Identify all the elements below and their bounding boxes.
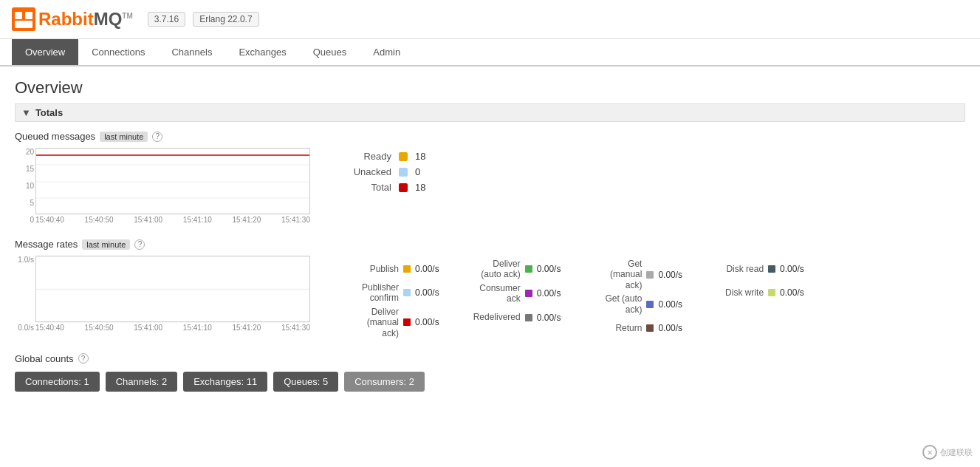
totals-section-header[interactable]: ▼ Totals bbox=[15, 103, 965, 122]
rate-color-disk-read bbox=[768, 265, 775, 273]
rate-row-get-auto-ack: Get (autoack) 0.00/s bbox=[575, 293, 682, 315]
rate-label-get-manual-ack: Get(manualack) bbox=[575, 259, 642, 290]
queued-messages-help-icon[interactable]: ? bbox=[152, 132, 162, 142]
message-rates-chart-container: 1.0/s 0.0/s 15:40:40 15:40:50 15:41:0 bbox=[15, 256, 310, 338]
nav-item-channels[interactable]: Channels bbox=[158, 39, 225, 65]
message-rates-columns: Publish 0.00/s Publisherconfirm 0.00/s D… bbox=[332, 256, 804, 338]
message-rates-content: 1.0/s 0.0/s 15:40:40 15:40:50 15:41:0 bbox=[15, 256, 965, 338]
rate-label-disk-read: Disk read bbox=[697, 264, 764, 274]
stat-label-unacked: Unacked bbox=[332, 166, 391, 177]
logo-tm-text: TM bbox=[122, 12, 132, 20]
main-nav: Overview Connections Channels Exchanges … bbox=[0, 39, 980, 67]
rate-color-get-auto-ack bbox=[646, 301, 654, 308]
global-counts-label: Global counts bbox=[15, 353, 74, 364]
global-counts-section: Global counts ? Connections: 1 Channels:… bbox=[15, 353, 965, 392]
queued-messages-label: Queued messages bbox=[15, 131, 95, 142]
rate-row-return: Return 0.00/s bbox=[575, 318, 682, 338]
version-badge: 3.7.16 bbox=[148, 12, 185, 27]
message-rates-help-icon[interactable]: ? bbox=[134, 239, 145, 250]
message-rates-section: Message rates last minute ? 1.0/s 0.0/s bbox=[15, 239, 965, 338]
rate-color-deliver-auto-ack bbox=[525, 265, 532, 273]
message-rates-xaxis: 15:40:40 15:40:50 15:41:00 15:41:10 15:4… bbox=[35, 324, 310, 332]
queued-messages-section: Queued messages last minute ? 20 15 10 5… bbox=[15, 131, 965, 224]
nav-item-connections[interactable]: Connections bbox=[78, 39, 158, 65]
rate-value-get-manual-ack: 0.00/s bbox=[658, 270, 682, 280]
message-rates-badge[interactable]: last minute bbox=[82, 239, 130, 250]
rate-row-redelivered: Redelivered 0.00/s bbox=[454, 307, 561, 328]
queued-messages-content: 20 15 10 5 0 bbox=[15, 148, 965, 224]
rate-value-publish: 0.00/s bbox=[415, 264, 439, 274]
rate-value-deliver-auto-ack: 0.00/s bbox=[537, 264, 561, 274]
rate-value-deliver-manual-ack: 0.00/s bbox=[415, 317, 439, 327]
stat-value-ready: 18 bbox=[415, 151, 425, 162]
rate-color-publish bbox=[403, 265, 411, 273]
channels-badge[interactable]: Channels: 2 bbox=[106, 372, 177, 392]
global-counts-help-icon[interactable]: ? bbox=[78, 353, 89, 364]
rate-color-deliver-manual-ack bbox=[403, 318, 411, 326]
rate-color-get-manual-ack bbox=[646, 271, 654, 279]
queued-messages-label-row: Queued messages last minute ? bbox=[15, 131, 965, 142]
rate-value-redelivered: 0.00/s bbox=[537, 313, 561, 323]
rate-column-1: Publish 0.00/s Publisherconfirm 0.00/s D… bbox=[332, 259, 439, 338]
rate-value-get-auto-ack: 0.00/s bbox=[658, 299, 682, 310]
version-info: 3.7.16 Erlang 22.0.7 bbox=[148, 12, 259, 27]
nav-item-admin[interactable]: Admin bbox=[360, 39, 414, 65]
queued-messages-xaxis: 15:40:40 15:40:50 15:41:00 15:41:10 15:4… bbox=[35, 216, 310, 224]
header: RabbitMQTM 3.7.16 Erlang 22.0.7 bbox=[0, 0, 980, 39]
message-rates-label-row: Message rates last minute ? bbox=[15, 239, 965, 250]
stat-label-total: Total bbox=[332, 182, 391, 193]
nav-item-exchanges[interactable]: Exchanges bbox=[225, 39, 299, 65]
connections-badge[interactable]: Connections: 1 bbox=[15, 372, 100, 392]
stat-color-total bbox=[399, 183, 408, 192]
consumers-badge[interactable]: Consumers: 2 bbox=[344, 372, 425, 392]
rate-color-redelivered bbox=[525, 314, 532, 321]
rate-row-consumer-ack: Consumerack 0.00/s bbox=[454, 283, 561, 304]
stat-value-total: 18 bbox=[415, 182, 425, 193]
rate-row-get-manual-ack: Get(manualack) 0.00/s bbox=[575, 259, 682, 290]
rate-label-deliver-auto-ack: Deliver(auto ack) bbox=[454, 259, 521, 280]
rate-label-publish: Publish bbox=[332, 264, 399, 274]
rate-label-disk-write: Disk write bbox=[697, 287, 764, 298]
queued-messages-badge[interactable]: last minute bbox=[100, 132, 148, 142]
stat-color-ready bbox=[399, 152, 408, 161]
rate-row-disk-write: Disk write 0.00/s bbox=[697, 282, 804, 303]
stat-row-ready: Ready 18 bbox=[332, 151, 425, 162]
rate-color-consumer-ack bbox=[525, 290, 532, 297]
rate-value-publisher-confirm: 0.00/s bbox=[415, 287, 439, 298]
totals-section-title: Totals bbox=[35, 107, 63, 118]
stat-label-ready: Ready bbox=[332, 151, 391, 162]
main-content: Overview ▼ Totals Queued messages last m… bbox=[0, 67, 980, 403]
totals-arrow-icon: ▼ bbox=[21, 107, 31, 118]
message-rates-chart bbox=[35, 256, 310, 322]
rate-column-2: Deliver(auto ack) 0.00/s Consumerack 0.0… bbox=[454, 259, 561, 338]
exchanges-badge[interactable]: Exchanges: 11 bbox=[183, 372, 267, 392]
message-rates-svg bbox=[36, 256, 309, 323]
rate-row-disk-read: Disk read 0.00/s bbox=[697, 259, 804, 279]
logo: RabbitMQTM bbox=[12, 7, 133, 31]
rate-value-disk-read: 0.00/s bbox=[780, 264, 804, 274]
message-rates-chart-wrapper: 1.0/s 0.0/s 15:40:40 15:40:50 15:41:0 bbox=[35, 256, 310, 332]
rate-row-deliver-manual-ack: Deliver(manualack) 0.00/s bbox=[332, 307, 439, 338]
queued-messages-yaxis: 20 15 10 5 0 bbox=[18, 148, 34, 224]
rate-value-return: 0.00/s bbox=[658, 323, 682, 333]
stat-row-unacked: Unacked 0 bbox=[332, 166, 425, 177]
count-badges-container: Connections: 1 Channels: 2 Exchanges: 11… bbox=[15, 372, 965, 392]
stat-row-total: Total 18 bbox=[332, 182, 425, 193]
rate-label-return: Return bbox=[575, 323, 642, 333]
rate-row-deliver-auto-ack: Deliver(auto ack) 0.00/s bbox=[454, 259, 561, 280]
nav-item-queues[interactable]: Queues bbox=[300, 39, 360, 65]
rate-label-get-auto-ack: Get (autoack) bbox=[575, 293, 642, 315]
rate-value-disk-write: 0.00/s bbox=[780, 287, 804, 298]
stat-value-unacked: 0 bbox=[415, 166, 420, 177]
stat-color-unacked bbox=[399, 168, 408, 177]
queues-badge[interactable]: Queues: 5 bbox=[273, 372, 338, 392]
rate-label-consumer-ack: Consumerack bbox=[454, 283, 521, 304]
queued-messages-chart-container: 20 15 10 5 0 bbox=[15, 148, 310, 224]
rate-color-publisher-confirm bbox=[403, 289, 411, 296]
rate-row-publish: Publish 0.00/s bbox=[332, 259, 439, 279]
logo-rabbit-text: Rabbit bbox=[38, 9, 94, 29]
rate-column-3: Get(manualack) 0.00/s Get (autoack) 0.00… bbox=[575, 259, 682, 338]
erlang-badge: Erlang 22.0.7 bbox=[193, 12, 258, 27]
rate-row-publisher-confirm: Publisherconfirm 0.00/s bbox=[332, 282, 439, 304]
nav-item-overview[interactable]: Overview bbox=[12, 39, 78, 65]
